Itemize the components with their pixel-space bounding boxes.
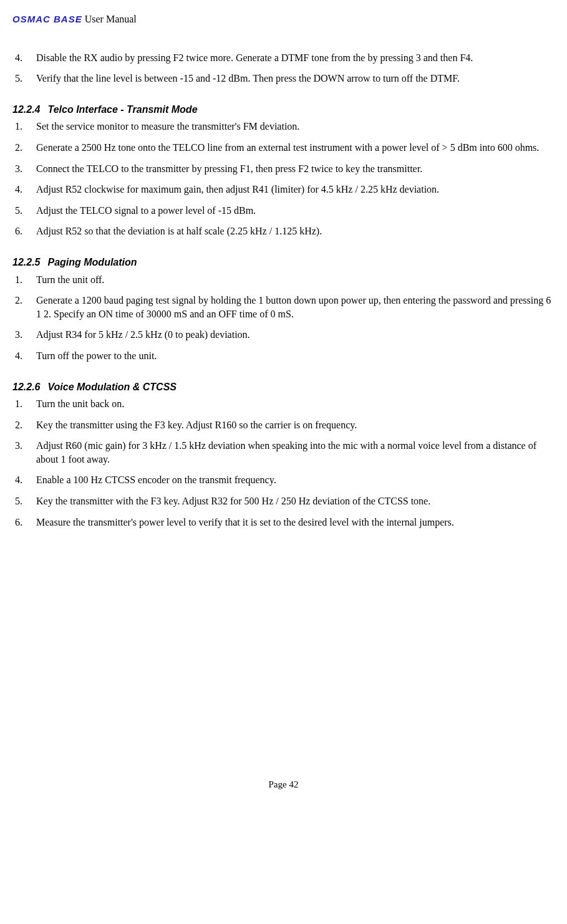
list-text: Key the transmitter using the F3 key. Ad… [36,420,357,430]
list-text: Measure the transmitter's power level to… [36,517,454,527]
list-item: Generate a 1200 baud paging test signal … [12,294,555,320]
list-item: Enable a 100 Hz CTCSS encoder on the tra… [12,473,555,487]
list-item: Turn the unit back on. [12,397,555,411]
page-header: OSMAC BASE User Manual [12,12,555,26]
list-text: Generate a 1200 baud paging test signal … [36,295,551,319]
list-text: Adjust R52 so that the deviation is at h… [36,226,322,236]
list-item: Measure the transmitter's power level to… [12,516,555,529]
header-rest: User Manual [82,14,137,24]
section-title: Paging Modulation [47,257,137,267]
list-text: Adjust R34 for 5 kHz / 2.5 kHz (0 to pea… [36,329,250,340]
list-text: Verify that the line level is between -1… [36,73,460,84]
section-number: 12.2.6 [12,380,40,394]
section-title: Voice Modulation & CTCSS [47,382,177,392]
list-item: Generate a 2500 Hz tone onto the TELCO l… [12,141,555,155]
top-continuation-list: Disable the RX audio by pressing F2 twic… [12,51,555,85]
list-item: Adjust R52 so that the deviation is at h… [12,224,555,238]
list-item: Key the transmitter with the F3 key. Adj… [12,494,555,508]
list-text: Generate a 2500 Hz tone onto the TELCO l… [36,142,539,153]
list-text: Enable a 100 Hz CTCSS encoder on the tra… [36,474,276,485]
list-text: Turn off the power to the unit. [36,350,157,361]
list-text: Set the service monitor to measure the t… [36,121,299,132]
list-item: Turn off the power to the unit. [12,349,555,363]
list-text: Connect the TELCO to the transmitter by … [36,163,422,174]
section-title: Telco Interface - Transmit Mode [47,104,197,115]
list-item: Adjust R52 clockwise for maximum gain, t… [12,183,555,196]
section-12-2-6-list: Turn the unit back on. Key the transmitt… [12,397,555,529]
list-item: Turn the unit off. [12,273,555,287]
section-number: 12.2.4 [12,103,40,117]
section-12-2-4-list: Set the service monitor to measure the t… [12,120,555,238]
list-item: Disable the RX audio by pressing F2 twic… [12,51,555,65]
section-heading-12-2-4: 12.2.4Telco Interface - Transmit Mode [12,103,555,117]
brand-text: OSMAC BASE [12,14,82,24]
section-12-2-5-list: Turn the unit off. Generate a 1200 baud … [12,273,555,363]
section-heading-12-2-5: 12.2.5Paging Modulation [12,256,555,269]
list-item: Verify that the line level is between -1… [12,72,555,85]
list-item: Adjust the TELCO signal to a power level… [12,204,555,218]
list-text: Turn the unit off. [36,274,104,285]
list-text: Key the transmitter with the F3 key. Adj… [36,496,430,506]
section-number: 12.2.5 [12,256,40,269]
list-item: Set the service monitor to measure the t… [12,120,555,133]
list-text: Turn the unit back on. [36,398,124,409]
list-item: Adjust R60 (mic gain) for 3 kHz / 1.5 kH… [12,439,555,466]
list-text: Adjust R60 (mic gain) for 3 kHz / 1.5 kH… [36,440,536,464]
list-item: Adjust R34 for 5 kHz / 2.5 kHz (0 to pea… [12,328,555,342]
list-text: Adjust R52 clockwise for maximum gain, t… [36,184,439,195]
page-footer: Page 42 [12,778,555,791]
list-text: Disable the RX audio by pressing F2 twic… [36,52,473,63]
section-heading-12-2-6: 12.2.6Voice Modulation & CTCSS [12,380,555,394]
list-item: Key the transmitter using the F3 key. Ad… [12,418,555,432]
list-text: Adjust the TELCO signal to a power level… [36,205,256,216]
list-item: Connect the TELCO to the transmitter by … [12,162,555,176]
